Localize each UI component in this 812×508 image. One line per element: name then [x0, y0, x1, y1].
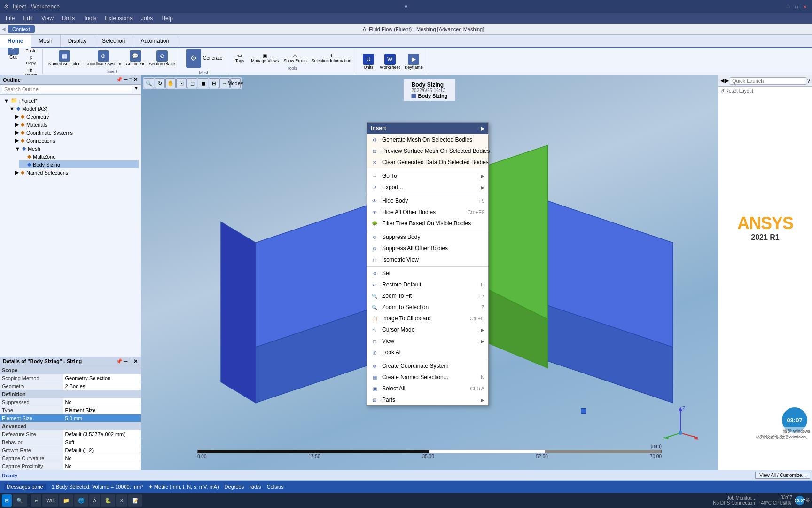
element-size-row[interactable]: Element Size 5.0 mm [0, 414, 141, 422]
ctx-image-clipboard[interactable]: 📋 Image To Clipboard Ctrl+C [367, 313, 488, 324]
paste-button[interactable]: 📋 Paste [23, 48, 39, 54]
ctx-hide-all-others[interactable]: 👁 Hide All Other Bodies Ctrl+F9 [367, 206, 488, 218]
ctx-isometric-view[interactable]: ◻ Isometric View [367, 254, 488, 265]
ctx-export[interactable]: ↗ Export... ▶ [367, 182, 488, 193]
tab-home[interactable]: Home [0, 35, 31, 48]
tree-item-multizone[interactable]: ◆ MultiZone [19, 152, 139, 160]
outline-pin[interactable]: 📌 [116, 77, 123, 83]
tab-automation[interactable]: Automation [133, 35, 177, 47]
section-plane-button[interactable]: ⊘ Section Plane [147, 49, 177, 67]
ctx-zoom-to-selection[interactable]: 🔍 Zoom To Selection Z [367, 302, 488, 313]
show-errors-button[interactable]: ⚠ Show Errors [281, 52, 309, 64]
close-button[interactable]: ✕ [802, 3, 808, 10]
ql-help[interactable]: ? [807, 78, 810, 84]
tree-item-mesh[interactable]: ▼ ◆ Mesh [13, 144, 139, 152]
quick-launch-input[interactable] [730, 77, 806, 85]
menu-edit[interactable]: Edit [19, 14, 37, 23]
outline-maximize[interactable]: □ [129, 77, 132, 83]
ctx-hide-body[interactable]: 👁 Hide Body F9 [367, 195, 488, 206]
tree-item-coord-systems[interactable]: ▶ ◆ Coordinate Systems [13, 128, 139, 136]
element-size-value[interactable]: 5.0 mm [63, 414, 141, 422]
ctx-parts[interactable]: ⊞ Parts ▶ [367, 394, 488, 405]
menu-help[interactable]: Help [157, 14, 177, 23]
ctx-restore-default[interactable]: ↩ Restore Default H [367, 279, 488, 290]
menu-extensions[interactable]: Extensions [101, 14, 136, 23]
ctx-filter-tree[interactable]: 🌳 Filter Tree Based On Visible Bodies [367, 218, 488, 229]
details-pin[interactable]: 📌 [116, 358, 123, 365]
keyframe-button[interactable]: ▶ Keyframe [403, 53, 425, 71]
ctx-create-named[interactable]: ▦ Create Named Selection... N [367, 372, 488, 383]
ctx-suppress-body[interactable]: ⊘ Suppress Body [367, 231, 488, 243]
messages-pane[interactable]: Messages pane [4, 484, 46, 490]
ctx-cursor-mode[interactable]: ↖ Cursor Mode ▶ [367, 324, 488, 335]
tree-item-project[interactable]: ▼ 📁 Project* [2, 96, 139, 104]
ctx-create-coord[interactable]: ⊕ Create Coordinate System [367, 360, 488, 372]
window-center-dropdown[interactable]: ▼ [404, 4, 409, 9]
manage-views-button[interactable]: ▣ Manage Views [249, 52, 281, 64]
details-maximize[interactable]: □ [129, 358, 132, 365]
tab-selection[interactable]: Selection [94, 35, 133, 47]
search-dropdown[interactable]: ▼ [134, 86, 139, 93]
reset-layout[interactable]: ↺ Reset Layout [720, 88, 810, 94]
menu-file[interactable]: File [2, 14, 18, 23]
tree-expand-mesh[interactable]: ▼ [15, 146, 20, 151]
cut-button[interactable]: ✂ Cut [5, 48, 22, 75]
vp-shade-btn[interactable]: ◼ [198, 78, 208, 88]
tree-item-model[interactable]: ▼ ◆ Model (A3) [8, 104, 139, 112]
maximize-button[interactable]: □ [793, 3, 800, 10]
vp-fit-btn[interactable]: ⊡ [176, 78, 187, 88]
details-close[interactable]: ✕ [133, 358, 138, 365]
ctx-zoom-to-fit[interactable]: 🔍 Zoom To Fit F7 [367, 290, 488, 302]
tree-item-body-sizing[interactable]: ◆ Body Sizing [19, 160, 139, 168]
tags-button[interactable]: 🏷 Tags [231, 52, 248, 64]
tree-expand-mat[interactable]: ▶ [15, 121, 19, 127]
tree-expand-ns[interactable]: ▶ [15, 169, 19, 175]
units-button[interactable]: U Units [360, 53, 377, 71]
ctx-generate-mesh[interactable]: ⚙ Generate Mesh On Selected Bodies [367, 134, 488, 145]
ctx-preview-surface[interactable]: ⊡ Preview Surface Mesh On Selected Bodie… [367, 145, 488, 157]
viewport[interactable]: 🔍 ↻ ✋ ⊡ ◻ ◼ ⊞ → Mode▾ Body Sizing 2022/6… [141, 75, 718, 470]
menu-tools[interactable]: Tools [79, 14, 100, 23]
outline-close[interactable]: ✕ [133, 77, 138, 83]
vp-mode-btn[interactable]: Mode▾ [230, 78, 241, 88]
tab-mesh[interactable]: Mesh [31, 35, 60, 47]
taskbar-notepad[interactable]: 📝 [128, 494, 142, 507]
tree-expand-project[interactable]: ▼ [4, 98, 9, 103]
context-button[interactable]: Context [8, 25, 35, 33]
delete-button[interactable]: 🗑 Delete [23, 67, 39, 75]
ctx-select-all[interactable]: ▣ Select All Ctrl+A [367, 383, 488, 394]
details-minimize[interactable]: ─ [124, 358, 128, 365]
taskbar-excel[interactable]: X [116, 494, 127, 507]
worksheet-button[interactable]: W Worksheet [378, 53, 402, 71]
taskbar-search[interactable]: 🔍 [13, 494, 27, 507]
tree-item-geometry[interactable]: ▶ ◆ Geometry [13, 112, 139, 120]
minimize-button[interactable]: ─ [785, 3, 791, 10]
tree-expand-geo[interactable]: ▶ [15, 113, 19, 119]
outline-minimize[interactable]: ─ [124, 77, 128, 83]
tree-item-materials[interactable]: ▶ ◆ Materials [13, 120, 139, 128]
view-all-button[interactable]: View All / Customize... [755, 472, 810, 479]
vp-edge-btn[interactable]: ⊞ [209, 78, 219, 88]
vp-rotate-btn[interactable]: ↻ [155, 78, 165, 88]
taskbar-workbench[interactable]: WB [42, 494, 58, 507]
taskbar-explorer[interactable]: 📁 [59, 494, 73, 507]
ctx-suppress-all[interactable]: ⊘ Suppress All Other Bodies [367, 243, 488, 254]
coordinate-system-button[interactable]: ⊕ Coordinate System [84, 49, 124, 67]
named-selection-button[interactable]: ▦ Named Selection [47, 49, 83, 67]
taskbar-chrome[interactable]: 🌐 [74, 494, 88, 507]
tree-item-connections[interactable]: ▶ ◆ Connections [13, 136, 139, 144]
tree-item-named-selections[interactable]: ▶ ◆ Named Selections [13, 168, 139, 176]
ctx-view[interactable]: ◻ View ▶ [367, 335, 488, 347]
taskbar-fluent[interactable]: A [89, 494, 100, 507]
tree-expand-model[interactable]: ▼ [9, 106, 15, 111]
selection-info-button[interactable]: ℹ Selection Information [310, 52, 353, 64]
vp-pan-btn[interactable]: ✋ [165, 78, 176, 88]
generate-button[interactable]: ⚙ Generate [184, 48, 225, 69]
menu-units[interactable]: Units [58, 14, 78, 23]
menu-view[interactable]: View [38, 14, 57, 23]
tree-expand-coord[interactable]: ▶ [15, 129, 19, 135]
copy-button[interactable]: ⎘ Copy [23, 55, 39, 66]
ql-back[interactable]: ◀ [720, 78, 724, 84]
ctx-set[interactable]: ⚙ Set [367, 268, 488, 279]
ctx-clear-data[interactable]: ✕ Clear Generated Data On Selected Bodie… [367, 157, 488, 168]
